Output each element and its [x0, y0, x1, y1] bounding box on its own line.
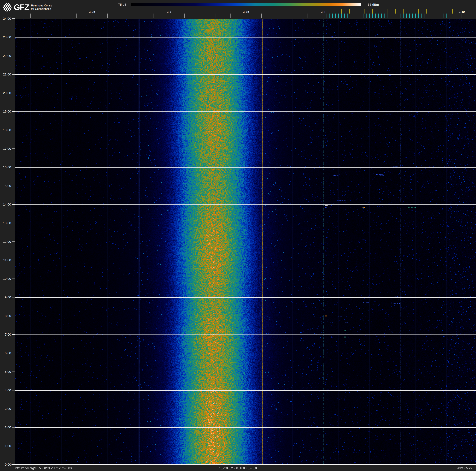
time-axis-tick	[12, 334, 15, 335]
ble-channel-tick	[446, 14, 446, 18]
time-axis-label: 18:00	[0, 128, 11, 132]
time-axis-label: 21:00	[0, 72, 11, 76]
time-axis-tick	[12, 130, 15, 130]
time-axis-label: 15:00	[0, 184, 11, 188]
time-axis-label: 10:00	[0, 277, 11, 281]
ble-channel-tick	[344, 14, 345, 18]
ble-channel-tick	[378, 14, 379, 18]
ble-channel-tick	[437, 14, 437, 18]
wifi-channel-tick	[395, 9, 396, 14]
wifi-channel-tick	[357, 9, 357, 14]
time-axis-tick	[12, 37, 15, 37]
wifi-channel-tick	[452, 9, 453, 14]
time-axis-tick	[12, 93, 15, 93]
frequency-axis: 2.252.32.352.42.49	[0, 0, 476, 18]
freq-axis-label: 2.35	[239, 10, 253, 14]
ble-channel-tick	[388, 14, 388, 18]
ble-channel-tick	[369, 14, 370, 18]
freq-axis-label: 2.25	[85, 10, 99, 14]
ble-channel-tick	[403, 14, 404, 18]
ble-channel-tick	[357, 14, 357, 18]
time-axis: 24:0023:0022:0021:0020:0019:0018:0017:00…	[0, 0, 15, 471]
time-axis-tick	[12, 260, 15, 260]
time-axis-label: 1:00	[0, 444, 11, 448]
time-axis-label: 8:00	[0, 314, 11, 318]
ble-channel-tick	[418, 14, 419, 18]
ble-channel-tick	[397, 14, 397, 18]
freq-axis-label: 2.49	[455, 10, 469, 14]
ble-channel-tick	[351, 14, 351, 18]
freq-axis-label: 2.3	[162, 10, 176, 14]
ble-channel-tick	[443, 14, 443, 18]
wifi-channel-tick	[434, 9, 434, 14]
ble-channel-tick	[363, 14, 363, 18]
time-axis-label: 16:00	[0, 165, 11, 169]
ble-channel-tick	[394, 14, 394, 18]
freq-minor-tick	[200, 14, 200, 18]
ble-channel-tick	[415, 14, 416, 18]
freq-minor-tick	[461, 14, 462, 18]
time-axis-label: 7:00	[0, 333, 11, 336]
time-axis-tick	[12, 167, 15, 167]
ble-channel-tick	[360, 14, 360, 18]
freq-minor-tick	[246, 14, 246, 18]
time-axis-label: 17:00	[0, 147, 11, 150]
ble-channel-tick	[354, 14, 354, 18]
wifi-channel-tick	[372, 9, 373, 14]
freq-axis-label: 2.4	[316, 10, 330, 14]
ble-channel-tick	[406, 14, 407, 18]
time-axis-label: 4:00	[0, 388, 11, 392]
spectrogram-plot	[15, 18, 476, 465]
freq-minor-tick	[92, 14, 92, 18]
ble-channel-tick	[335, 14, 336, 18]
ble-channel-tick	[431, 14, 431, 18]
wifi-channel-tick	[418, 9, 419, 14]
freq-minor-tick	[123, 14, 123, 18]
time-axis-tick	[12, 297, 15, 297]
ble-channel-tick	[422, 14, 422, 18]
date-label: 2024-05-27	[457, 465, 472, 471]
ble-channel-tick	[326, 14, 326, 18]
freq-minor-tick	[230, 14, 231, 18]
freq-minor-tick	[76, 14, 77, 18]
time-axis-label: 12:00	[0, 240, 11, 243]
freq-minor-tick	[307, 14, 308, 18]
time-axis-label: 24:00	[0, 17, 11, 20]
ble-channel-tick	[400, 14, 400, 18]
wifi-channel-tick	[365, 9, 365, 14]
freq-minor-tick	[292, 14, 292, 18]
time-axis-label: 13:00	[0, 221, 11, 225]
ble-channel-tick	[412, 14, 413, 18]
ble-channel-tick	[409, 14, 410, 18]
ble-channel-tick	[347, 14, 348, 18]
time-axis-label: 3:00	[0, 407, 11, 411]
time-axis-tick	[12, 186, 15, 186]
wifi-channel-tick	[426, 9, 426, 14]
time-axis-tick	[12, 241, 15, 242]
freq-minor-tick	[169, 14, 169, 18]
wifi-channel-tick	[403, 9, 404, 14]
time-axis-label: 2:00	[0, 425, 11, 429]
wifi-channel-tick	[349, 9, 350, 14]
ble-channel-tick	[428, 14, 428, 18]
time-axis-tick	[12, 409, 15, 409]
ble-channel-tick	[341, 14, 342, 18]
time-axis-tick	[12, 279, 15, 279]
time-axis-tick	[12, 111, 15, 112]
freq-minor-tick	[277, 14, 277, 18]
spectrogram-page: GFZ Helmholtz Centre for Geosciences -75…	[0, 0, 476, 471]
time-axis-label: 14:00	[0, 203, 11, 206]
ble-channel-tick	[329, 14, 329, 18]
time-axis-label: 23:00	[0, 35, 11, 39]
wifi-channel-tick	[411, 9, 411, 14]
time-axis-label: 22:00	[0, 54, 11, 58]
footer-bar: https://doi.org/10.5880/GFZ.1.2.2024.003…	[0, 465, 476, 471]
freq-minor-tick	[323, 14, 323, 18]
time-axis-label: 20:00	[0, 91, 11, 95]
ble-channel-tick	[381, 14, 382, 18]
ble-channel-tick	[391, 14, 391, 18]
wifi-channel-tick	[341, 9, 342, 14]
time-axis-tick	[12, 316, 15, 316]
time-axis-tick	[12, 446, 15, 446]
ble-channel-tick	[440, 14, 440, 18]
